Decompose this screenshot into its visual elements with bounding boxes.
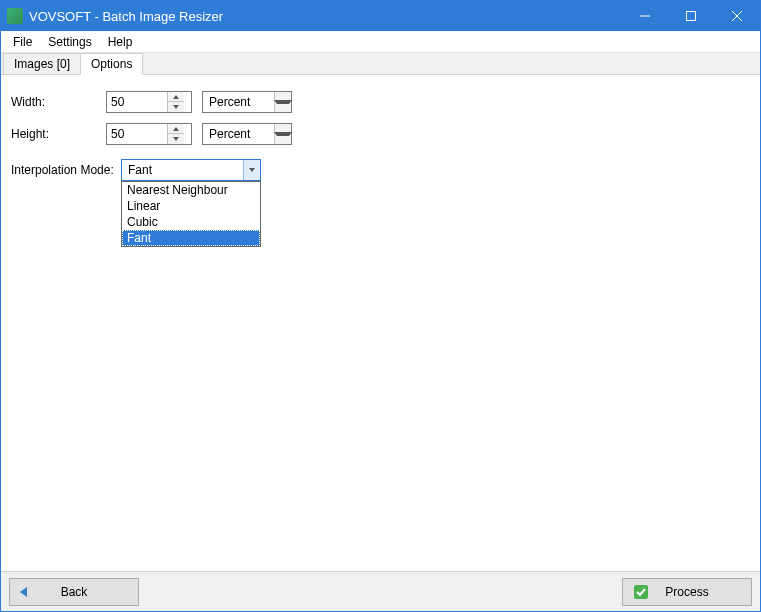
interpolation-select[interactable]: Fant Nearest Neighbour Linear Cubic Fant <box>121 159 261 181</box>
height-spinner[interactable] <box>106 123 192 145</box>
height-spin-up[interactable] <box>168 124 184 134</box>
height-unit-value: Percent <box>203 127 274 141</box>
width-spin-down[interactable] <box>168 102 184 112</box>
check-icon <box>633 584 649 600</box>
options-panel: Width: Percent Height: <box>1 75 760 571</box>
width-unit-select[interactable]: Percent <box>202 91 292 113</box>
tab-images[interactable]: Images [0] <box>3 53 81 74</box>
chevron-up-icon <box>173 95 179 99</box>
menubar: File Settings Help <box>1 31 760 53</box>
width-spinner[interactable] <box>106 91 192 113</box>
interpolation-option-linear[interactable]: Linear <box>122 198 260 214</box>
menu-settings[interactable]: Settings <box>40 33 99 51</box>
interpolation-option-fant[interactable]: Fant <box>122 230 260 246</box>
svg-rect-4 <box>634 585 648 599</box>
close-button[interactable] <box>714 1 760 31</box>
back-button[interactable]: Back <box>9 578 139 606</box>
chevron-up-icon <box>173 127 179 131</box>
menu-help[interactable]: Help <box>100 33 141 51</box>
back-button-label: Back <box>61 585 88 599</box>
width-label: Width: <box>11 95 106 109</box>
height-unit-select[interactable]: Percent <box>202 123 292 145</box>
chevron-down-icon <box>173 137 179 141</box>
interpolation-label: Interpolation Mode: <box>11 163 121 177</box>
window-title: VOVSOFT - Batch Image Resizer <box>29 9 223 24</box>
chevron-down-icon <box>173 105 179 109</box>
interpolation-option-nearest[interactable]: Nearest Neighbour <box>122 182 260 198</box>
chevron-down-icon <box>274 132 292 136</box>
interpolation-dropdown-button[interactable] <box>243 160 260 180</box>
interpolation-dropdown-list: Nearest Neighbour Linear Cubic Fant <box>121 181 261 247</box>
interpolation-option-cubic[interactable]: Cubic <box>122 214 260 230</box>
height-label: Height: <box>11 127 106 141</box>
height-spin-down[interactable] <box>168 134 184 144</box>
width-unit-dropdown-button[interactable] <box>274 92 291 112</box>
height-unit-dropdown-button[interactable] <box>274 124 291 144</box>
tab-options[interactable]: Options <box>80 53 143 75</box>
width-unit-value: Percent <box>203 95 274 109</box>
minimize-button[interactable] <box>622 1 668 31</box>
menu-file[interactable]: File <box>5 33 40 51</box>
height-input[interactable] <box>107 127 167 141</box>
interpolation-value: Fant <box>122 163 243 177</box>
arrow-left-icon <box>20 587 27 597</box>
process-button[interactable]: Process <box>622 578 752 606</box>
maximize-button[interactable] <box>668 1 714 31</box>
width-spin-up[interactable] <box>168 92 184 102</box>
svg-rect-1 <box>687 12 696 21</box>
chevron-down-icon <box>249 168 255 172</box>
titlebar: VOVSOFT - Batch Image Resizer <box>1 1 760 31</box>
process-button-label: Process <box>665 585 708 599</box>
tabstrip: Images [0] Options <box>1 53 760 75</box>
footer: Back Process <box>1 571 760 611</box>
main-window: VOVSOFT - Batch Image Resizer File Setti… <box>0 0 761 612</box>
width-input[interactable] <box>107 95 167 109</box>
chevron-down-icon <box>274 100 292 104</box>
app-icon <box>7 8 23 24</box>
